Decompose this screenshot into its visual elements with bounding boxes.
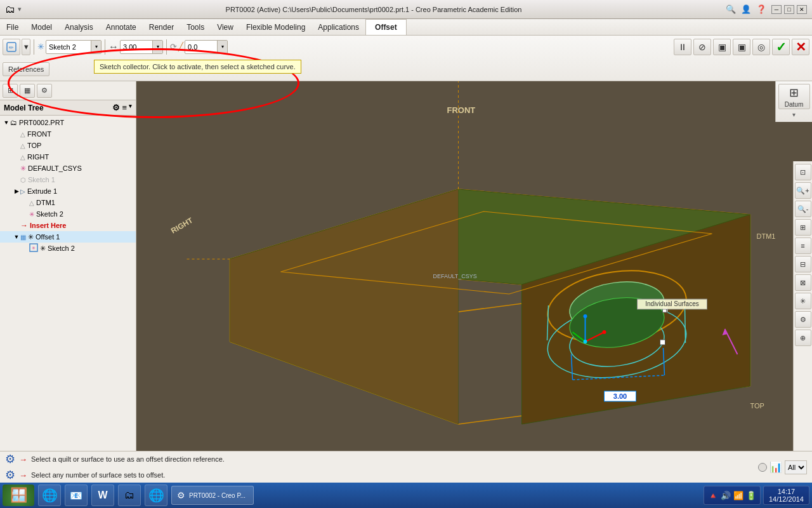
tree-offset1[interactable]: ▼ ▦ ✳ Offset 1 xyxy=(0,231,136,243)
menu-tools[interactable]: Tools xyxy=(180,19,211,35)
menu-applications[interactable]: Applications xyxy=(311,19,365,35)
status-arrow1: → xyxy=(19,455,27,464)
tree-item-label-prt: PRT0002.PRT xyxy=(19,119,64,126)
right-btn-zoom-fit[interactable]: ⊡ xyxy=(795,164,811,180)
top-plane-icon: △ xyxy=(20,142,25,149)
menu-annotate[interactable]: Annotate xyxy=(100,19,143,35)
tree-right[interactable]: △ RIGHT xyxy=(0,151,136,163)
csys-icon: ✳ xyxy=(20,164,26,173)
sketch-name-dropdown[interactable]: Sketch 2 ▾ xyxy=(46,40,102,54)
references-button[interactable]: References xyxy=(3,62,49,76)
exclude-button[interactable]: ⊘ xyxy=(693,39,711,55)
datum-button[interactable]: ⊞ Datum xyxy=(778,84,810,109)
angle-value-input[interactable]: 0.0 xyxy=(185,43,217,51)
sidebar-gear-btn[interactable]: ⚙ xyxy=(37,84,52,98)
tree-item-label-sketch1: Sketch 1 xyxy=(28,176,55,184)
sidebar-layout-btn[interactable]: ⊞ xyxy=(3,84,18,98)
confirm-button[interactable]: ✓ xyxy=(772,39,790,55)
tree-sketch2-extrude[interactable]: ✳ Sketch 2 xyxy=(0,208,136,220)
taskbar-creo-window[interactable]: 🗂 xyxy=(118,485,141,506)
angle-icon: ⟳ xyxy=(170,42,177,51)
menu-file[interactable]: File xyxy=(0,19,25,35)
svg-text:DEFAULT_CSYS: DEFAULT_CSYS xyxy=(433,273,477,279)
3d-viewport[interactable]: 3.00 Individual Surfaces FRONT RIGHT DEF… xyxy=(136,81,812,451)
sketch-icon: ✳ xyxy=(37,42,44,51)
tree-prt0002[interactable]: ▼ 🗂 PRT0002.PRT xyxy=(0,117,136,128)
right-btn-view4[interactable]: ⊠ xyxy=(795,274,811,291)
tree-insert-here[interactable]: → Insert Here xyxy=(0,220,136,231)
dtm1-icon: △ xyxy=(29,199,34,206)
right-btn-tools[interactable]: ⚙ xyxy=(795,311,811,328)
tree-expand-offset1[interactable]: ▼ xyxy=(13,234,20,240)
sketch-dropdown-btn[interactable]: ▾ xyxy=(22,39,30,55)
tree-extrude1[interactable]: ▶ ▷ Extrude 1 xyxy=(0,185,136,197)
right-btn-zoom-in[interactable]: 🔍+ xyxy=(795,182,811,199)
right-btn-zoom-out[interactable]: 🔍- xyxy=(795,201,811,217)
tree-settings-icon[interactable]: ⚙ xyxy=(112,103,120,112)
minimize-button[interactable]: ─ xyxy=(771,5,782,14)
extrude-icon: ▷ xyxy=(20,188,25,195)
tree-sketch2-offset[interactable]: ✳ ✳ Sketch 2 xyxy=(0,243,136,254)
tree-dtm1[interactable]: △ DTM1 xyxy=(0,197,136,208)
clock-date: 14/12/2014 xyxy=(769,495,804,503)
right-btn-extra[interactable]: ⊕ xyxy=(795,330,811,346)
tree-top[interactable]: △ TOP xyxy=(0,140,136,151)
angle-value-arrow[interactable]: ▾ xyxy=(217,41,227,53)
right-btn-view1[interactable]: ⊞ xyxy=(795,219,811,236)
menu-render[interactable]: Render xyxy=(143,19,180,35)
tree-expand-icon[interactable]: ▾ xyxy=(129,103,132,112)
viewport-svg: 3.00 Individual Surfaces FRONT RIGHT DEF… xyxy=(136,81,812,451)
right-btn-view3[interactable]: ⊟ xyxy=(795,256,811,272)
model-tree-title: Model Tree xyxy=(4,104,44,112)
window-title: PRT0002 (Active) C:\Users\Public\Documen… xyxy=(22,6,726,13)
tree-expand-prt[interactable]: ▼ xyxy=(3,119,10,126)
maximize-button[interactable]: □ xyxy=(784,5,794,14)
display-btn3[interactable]: ◎ xyxy=(752,39,770,55)
clock[interactable]: 14:17 14/12/2014 xyxy=(763,486,809,505)
sketch2-offset-icon: ✳ xyxy=(29,243,38,253)
title-left-icons: 🗂 ▾ xyxy=(5,4,22,15)
tree-item-label-extrude1: Extrude 1 xyxy=(27,187,57,195)
close-button[interactable]: ✕ xyxy=(797,5,807,14)
menu-analysis[interactable]: Analysis xyxy=(58,19,100,35)
taskbar-word[interactable]: W xyxy=(91,485,114,506)
svg-text:3.00: 3.00 xyxy=(613,392,627,400)
toolbar-row2: References xyxy=(0,58,812,81)
tab-offset[interactable]: Offset xyxy=(365,19,407,35)
menu-model[interactable]: Model xyxy=(25,19,58,35)
taskbar-browser-ie[interactable]: 🌐 xyxy=(38,485,61,506)
angle-value-dropdown[interactable]: 0.0 ▾ xyxy=(185,40,228,54)
filter-dropdown[interactable]: All xyxy=(785,460,807,474)
svg-point-23 xyxy=(584,340,587,344)
pause-button[interactable]: ⏸ xyxy=(674,39,691,55)
right-btn-view2[interactable]: ≡ xyxy=(795,237,811,254)
tree-default-csys[interactable]: ✳ DEFAULT_CSYS xyxy=(0,163,136,174)
svg-text:FRONT: FRONT xyxy=(447,105,476,115)
insert-icon: → xyxy=(20,221,28,230)
taskbar-outlook[interactable]: 📧 xyxy=(65,485,88,506)
datum-expand[interactable]: ▾ xyxy=(792,111,796,118)
menu-flexible-modeling[interactable]: Flexible Modeling xyxy=(240,19,311,35)
svg-point-25 xyxy=(603,330,606,334)
menu-view[interactable]: View xyxy=(211,19,240,35)
offset-value-dropdown[interactable]: 3.00 ▾ xyxy=(120,40,163,54)
taskbar-ie2[interactable]: 🌐 xyxy=(145,485,167,506)
sketch-name-input[interactable]: Sketch 2 xyxy=(46,43,91,51)
svg-text:✏: ✏ xyxy=(9,44,14,51)
sidebar-tile-btn[interactable]: ▦ xyxy=(20,84,35,98)
offset-value-input[interactable]: 3.00 xyxy=(121,43,152,51)
cancel-button[interactable]: ✕ xyxy=(792,39,809,55)
display-btn2[interactable]: ▣ xyxy=(733,39,750,55)
title-bar: 🗂 ▾ PRT0002 (Active) C:\Users\Public\Doc… xyxy=(0,0,812,19)
sketch-icon-btn[interactable]: ✏ xyxy=(3,39,20,55)
right-btn-settings[interactable]: ✳ xyxy=(795,293,811,309)
tree-expand-extrude[interactable]: ▶ xyxy=(13,188,20,194)
offset-value-arrow[interactable]: ▾ xyxy=(152,41,162,53)
tree-front[interactable]: △ FRONT xyxy=(0,128,136,140)
display-btn1[interactable]: ▣ xyxy=(713,39,731,55)
sketch-name-arrow[interactable]: ▾ xyxy=(91,41,101,53)
tree-list-icon[interactable]: ≡ xyxy=(122,103,127,112)
tree-sketch1[interactable]: ⬡ Sketch 1 xyxy=(0,174,136,185)
start-button[interactable]: 🪟 xyxy=(3,485,34,506)
taskbar-active-window[interactable]: ⚙ PRT0002 - Creo P... xyxy=(171,486,254,505)
